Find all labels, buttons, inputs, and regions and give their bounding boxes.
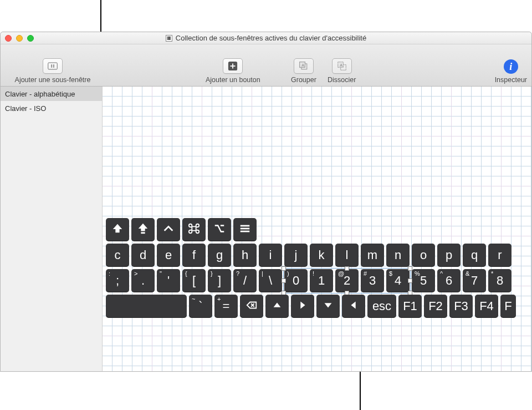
ungroup-label: Dissocier xyxy=(328,76,356,84)
panel-canvas[interactable]: cdefghijklmnopqr :;>."'{[}]?/|\)0!1@2#3$… xyxy=(103,87,531,371)
key-super-label: } xyxy=(211,270,213,277)
spacebar-key[interactable] xyxy=(106,295,187,318)
shift-up-key[interactable] xyxy=(106,218,129,241)
key-6[interactable]: ^6 xyxy=(437,269,461,292)
key-k[interactable]: k xyxy=(310,244,333,267)
sidebar-item-alphabetic[interactable]: Clavier - alphabétique xyxy=(1,87,102,101)
key-label: i xyxy=(269,248,272,262)
add-button-button[interactable] xyxy=(223,58,243,74)
minimize-window-button[interactable] xyxy=(16,35,23,42)
key-7[interactable]: &7 xyxy=(463,269,486,292)
selection-handle[interactable] xyxy=(408,266,412,271)
key-m[interactable]: m xyxy=(361,244,384,267)
svg-rect-3 xyxy=(51,65,54,67)
svg-rect-13 xyxy=(141,232,145,234)
selection-handle[interactable] xyxy=(345,266,349,271)
arrow-up-icon xyxy=(271,299,283,314)
key-label: r xyxy=(498,248,502,262)
key-f3[interactable]: F3 xyxy=(449,295,473,318)
key-p[interactable]: p xyxy=(437,244,461,267)
key-d[interactable]: d xyxy=(131,244,155,267)
key-c[interactable]: c xyxy=(106,244,129,267)
key-n[interactable]: n xyxy=(386,244,410,267)
arrow-right-key[interactable] xyxy=(291,295,314,318)
key-i[interactable]: i xyxy=(259,244,282,267)
key-g[interactable]: g xyxy=(208,244,231,267)
close-window-button[interactable] xyxy=(5,35,12,42)
add-panel-button[interactable] xyxy=(43,58,63,74)
key-/[interactable]: ?/ xyxy=(233,269,257,292)
key-label: m xyxy=(367,248,377,262)
key-f[interactable]: F xyxy=(500,295,516,318)
key-j[interactable]: j xyxy=(284,244,308,267)
key-label: [ xyxy=(192,274,196,288)
control-key[interactable] xyxy=(157,218,180,241)
option-key[interactable] xyxy=(208,218,231,241)
panel-list-sidebar: Clavier - alphabétique Clavier - ISO xyxy=(1,87,103,371)
key-;[interactable]: :; xyxy=(106,269,129,292)
key-.[interactable]: >. xyxy=(131,269,155,292)
capslock-key[interactable] xyxy=(131,218,155,241)
key-label: ' xyxy=(167,274,170,288)
selection-rectangle[interactable] xyxy=(283,268,411,293)
key-super-label: | xyxy=(262,270,263,277)
callout-line-top xyxy=(100,0,101,32)
key-e[interactable]: e xyxy=(157,244,180,267)
key-f2[interactable]: F2 xyxy=(424,295,447,318)
add-panel-label: Ajouter une sous-fenêtre xyxy=(15,76,91,84)
key-super-label: ~ xyxy=(192,296,195,302)
key-5[interactable]: %5 xyxy=(412,269,435,292)
key-f4[interactable]: F4 xyxy=(475,295,498,318)
key-label: k xyxy=(319,248,325,262)
window-title: Collection de sous-fenêtres actives du c… xyxy=(176,34,366,42)
command-key[interactable] xyxy=(182,218,206,241)
zoom-window-button[interactable] xyxy=(27,35,34,42)
selection-handle[interactable] xyxy=(282,279,286,283)
key-label: g xyxy=(216,248,223,262)
key-f[interactable]: f xyxy=(182,244,206,267)
key-[[interactable]: {[ xyxy=(182,269,206,292)
command-icon xyxy=(188,222,200,237)
key-r[interactable]: r xyxy=(488,244,511,267)
key-label: e xyxy=(165,248,172,262)
key-l[interactable]: l xyxy=(335,244,359,267)
svg-rect-15 xyxy=(241,227,250,229)
delete-key[interactable] xyxy=(240,295,263,318)
key-q[interactable]: q xyxy=(463,244,486,267)
selection-handle[interactable] xyxy=(408,279,412,283)
key-esc[interactable]: esc xyxy=(367,295,396,318)
key-\[interactable]: |\ xyxy=(259,269,282,292)
toolbar: Ajouter une sous-fenêtre Ajouter un bout… xyxy=(1,44,531,87)
add-button-label: Ajouter un bouton xyxy=(206,76,260,84)
key-=[interactable]: += xyxy=(214,295,238,318)
window-traffic-lights xyxy=(5,35,34,42)
key-o[interactable]: o xyxy=(412,244,435,267)
document-proxy-icon: ▦ xyxy=(166,35,172,42)
key-f1[interactable]: F1 xyxy=(398,295,422,318)
group-label: Grouper xyxy=(291,76,316,84)
key-`[interactable]: ~` xyxy=(189,295,212,318)
key-label: l xyxy=(346,248,349,262)
key-label: esc xyxy=(372,299,391,313)
group-button[interactable]: A xyxy=(294,58,314,74)
key-label: 8 xyxy=(497,274,503,288)
shift-up-icon xyxy=(111,222,124,237)
ungroup-button[interactable]: A xyxy=(332,58,352,74)
toolbar-add-panel: Ajouter une sous-fenêtre xyxy=(3,58,103,84)
selection-handle[interactable] xyxy=(282,266,286,271)
arrow-down-icon xyxy=(322,299,334,314)
key-8[interactable]: *8 xyxy=(488,269,511,292)
capslock-icon xyxy=(137,222,149,237)
key-label: F4 xyxy=(479,299,494,313)
arrow-left-key[interactable] xyxy=(342,295,365,318)
arrow-up-key[interactable] xyxy=(265,295,289,318)
key-h[interactable]: h xyxy=(233,244,257,267)
arrow-down-key[interactable] xyxy=(316,295,340,318)
list-key[interactable] xyxy=(233,218,257,241)
sidebar-item-iso[interactable]: Clavier - ISO xyxy=(1,101,102,115)
svg-text:A: A xyxy=(340,63,343,68)
inspector-button[interactable]: i xyxy=(504,59,518,74)
key-][interactable]: }] xyxy=(208,269,231,292)
key-super-label: * xyxy=(491,270,493,277)
key-'[interactable]: "' xyxy=(157,269,180,292)
